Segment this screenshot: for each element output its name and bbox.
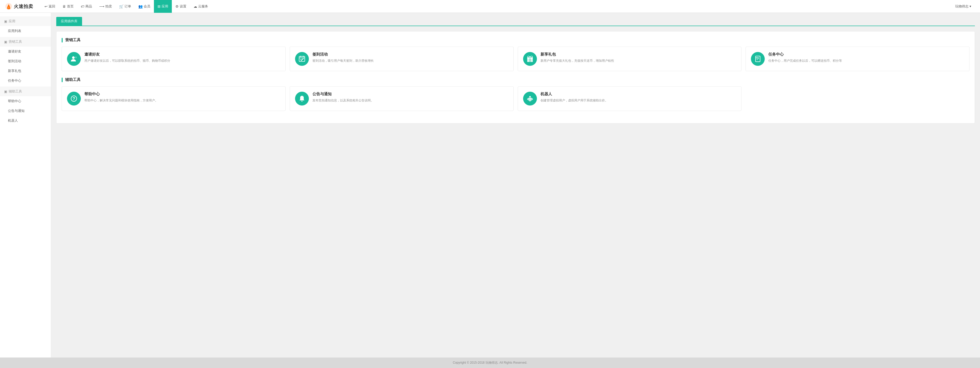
svg-point-21 [301,101,302,102]
nav-dropdown[interactable]: 玩物得志 ▾ [951,0,975,13]
svg-rect-29 [527,98,528,100]
card-task-body: 任务中心 任务中心，用户完成任务以后，可以赠送拍币、积分等 [768,52,964,63]
card-robot-title: 机器人 [541,92,737,96]
nav-goods[interactable]: 🏷 商品 [77,0,95,13]
card-help-desc: 帮助中心，解决常见问题和模块使用指南，方便用户。 [84,98,280,103]
logo-text: 火速拍卖 [14,3,33,10]
sidebar-app-list[interactable]: 应用列表 [0,26,51,36]
card-task[interactable]: 任务中心 任务中心，用户完成任务以后，可以赠送拍币、积分等 [746,46,969,71]
task-icon [754,55,761,62]
svg-rect-15 [756,56,760,62]
sidebar-task[interactable]: 任务中心 [0,76,51,86]
nav-home[interactable]: 🖥 首页 [59,0,77,13]
marketing-section-header: 营销工具 [62,38,969,43]
svg-point-24 [528,99,530,99]
header: 火速拍卖 ↩ 返回 🖥 首页 🏷 商品 ⟶ 拍卖 🛒 订单 👥 会员 ⊞ 应用 [0,0,980,13]
sidebar-help[interactable]: 帮助中心 [0,96,51,106]
card-help[interactable]: ? 帮助中心 帮助中心，解决常见问题和模块使用指南，方便用户。 [62,86,286,111]
svg-rect-5 [299,56,305,61]
svg-point-1 [72,56,75,59]
marketing-section-icon: ▣ [4,40,7,44]
cart-icon: 🛒 [119,4,124,8]
card-checkin-title: 签到活动 [312,52,508,57]
app-section-icon: ▣ [4,19,7,23]
card-gift-icon-wrap [523,52,537,66]
svg-rect-26 [529,101,530,101]
sidebar-section-app: ▣ 应用 [0,16,51,26]
card-task-desc: 任务中心，用户完成任务以后，可以赠送拍币、积分等 [768,58,964,63]
gift-icon [527,55,534,62]
invite-icon [70,55,78,62]
tab-plugin-store[interactable]: 应用插件库 [56,17,82,26]
card-gift[interactable]: 新享礼包 新用户专享充值大礼包，充值按天送币，增加用户粘性 [518,46,742,71]
gear-icon: ⚙ [175,4,179,8]
svg-text:?: ? [73,96,75,101]
auction-icon: ⟶ [99,4,104,8]
svg-point-25 [531,99,531,99]
card-task-title: 任务中心 [768,52,964,57]
sidebar-notice[interactable]: 公告与通知 [0,106,51,116]
card-notice-body: 公告与通知 发布竞拍通知信息，以及系统相关公告说明。 [312,92,508,103]
tools-section-icon: ▣ [4,90,7,93]
card-gift-body: 新享礼包 新用户专享充值大礼包，充值按天送币，增加用户粘性 [541,52,737,63]
nav-order[interactable]: 🛒 订单 [116,0,135,13]
card-robot-desc: 创建管理虚拟用户，虚拟用户用于系统辅助出价。 [541,98,737,103]
card-help-title: 帮助中心 [84,92,280,96]
nav-app[interactable]: ⊞ 应用 [154,0,172,13]
svg-rect-27 [530,101,531,101]
card-gift-title: 新享礼包 [541,52,737,57]
nav-settings[interactable]: ⚙ 设置 [172,0,190,13]
help-icon: ? [70,95,78,102]
card-checkin-desc: 签到活动，吸引用户每天签到，助力营收增长 [312,58,508,63]
card-gift-desc: 新用户专享充值大礼包，充值按天送币，增加用户粘性 [541,58,737,63]
member-icon: 👥 [138,4,143,8]
app-icon: ⊞ [158,4,161,8]
tab-bar: 应用插件库 [56,17,975,26]
nav-auction[interactable]: ⟶ 拍卖 [95,0,116,13]
card-invite[interactable]: 邀请好友 用户邀请好友以后，可以获取系统的拍币、猫币、购物币或积分 [62,46,286,71]
card-notice-desc: 发布竞拍通知信息，以及系统相关公告说明。 [312,98,508,103]
tag-icon: 🏷 [81,4,84,8]
card-help-body: 帮助中心 帮助中心，解决常见问题和模块使用指南，方便用户。 [84,92,280,103]
sidebar-section-marketing: ▣ 营销工具 [0,37,51,46]
back-icon: ↩ [45,4,48,8]
card-robot-icon-wrap [523,92,537,106]
card-robot[interactable]: 机器人 创建管理虚拟用户，虚拟用户用于系统辅助出价。 [518,86,742,111]
main-container: ▣ 应用 应用列表 ▣ 营销工具 邀请好友 签到活动 新享礼包 任务中心 ▣ 辅… [0,13,980,357]
footer-text: Copyright © 2015-2018 玩物得志. All Rights R… [453,361,527,365]
card-invite-body: 邀请好友 用户邀请好友以后，可以获取系统的拍币、猫币、购物币或积分 [84,52,280,63]
sidebar-checkin[interactable]: 签到活动 [0,56,51,66]
monitor-icon: 🖥 [62,4,66,8]
aux-card-grid: ? 帮助中心 帮助中心，解决常见问题和模块使用指南，方便用户。 [62,86,969,111]
nav-member[interactable]: 👥 会员 [135,0,154,13]
cloud-icon: ☁ [194,4,197,8]
card-task-icon-wrap [751,52,765,66]
logo: 火速拍卖 [5,3,33,10]
nav-cloud[interactable]: ☁ 云服务 [190,0,212,13]
logo-icon [5,3,12,10]
svg-rect-30 [532,98,533,100]
aux-section-header: 辅助工具 [62,77,969,82]
card-notice-title: 公告与通知 [312,92,508,96]
checkin-icon [298,55,305,62]
main-nav: ↩ 返回 🖥 首页 🏷 商品 ⟶ 拍卖 🛒 订单 👥 会员 ⊞ 应用 ⚙ [41,0,951,13]
nav-right: 玩物得志 ▾ [951,0,975,13]
card-checkin-body: 签到活动 签到活动，吸引用户每天签到，助力营收增长 [312,52,508,63]
card-help-icon-wrap: ? [67,92,81,106]
card-checkin-icon-wrap [295,52,309,66]
sidebar-gift[interactable]: 新享礼包 [0,66,51,76]
card-robot-body: 机器人 创建管理虚拟用户，虚拟用户用于系统辅助出价。 [541,92,737,103]
marketing-card-grid: 邀请好友 用户邀请好友以后，可以获取系统的拍币、猫币、购物币或积分 [62,46,969,71]
notice-icon [298,95,305,102]
sidebar: ▣ 应用 应用列表 ▣ 营销工具 邀请好友 签到活动 新享礼包 任务中心 ▣ 辅… [0,13,51,357]
card-invite-desc: 用户邀请好友以后，可以获取系统的拍币、猫币、购物币或积分 [84,58,280,63]
card-notice[interactable]: 公告与通知 发布竞拍通知信息，以及系统相关公告说明。 [290,86,514,111]
sidebar-invite[interactable]: 邀请好友 [0,46,51,56]
card-invite-title: 邀请好友 [84,52,280,57]
card-checkin[interactable]: 签到活动 签到活动，吸引用户每天签到，助力营收增长 [290,46,514,71]
footer: Copyright © 2015-2018 玩物得志. All Rights R… [0,357,980,368]
content-box: 营销工具 邀请好友 [56,31,975,123]
nav-back[interactable]: ↩ 返回 [41,0,59,13]
sidebar-section-tools: ▣ 辅助工具 [0,86,51,96]
sidebar-robot[interactable]: 机器人 [0,116,51,125]
